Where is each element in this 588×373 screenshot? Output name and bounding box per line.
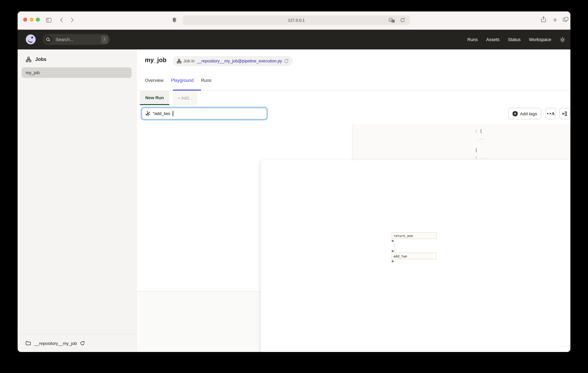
op-graph-icon [145,111,150,116]
url-bar[interactable]: 127.0.0.1 Ax [183,15,410,25]
op-graph-popover: return_one add_two [261,160,570,352]
maximize-window-button[interactable] [36,18,40,22]
translate-icon[interactable]: Ax [389,18,395,24]
reload-repo-icon[interactable] [284,59,289,63]
page-tabs: Overview Playground Runs [145,78,211,83]
repo-name: __repository__my_job [34,341,77,346]
nav-assets[interactable]: Assets [486,37,500,42]
run-config-tab-new-run[interactable]: New Run [140,91,169,105]
run-config-tab-add[interactable]: + Add... [173,91,197,105]
code-line: ... [477,135,484,141]
jobs-section-label: Jobs [35,56,46,62]
add-tags-button[interactable]: Add tags [508,108,541,119]
op-node-return-one[interactable]: return_one [392,232,437,239]
dagster-logo[interactable] [26,34,36,46]
repo-footer: __repository__my_job [18,334,136,352]
job-icon [26,57,31,62]
search-input[interactable]: Search... / [43,34,110,45]
gear-icon[interactable] [560,37,566,43]
text-cursor [173,111,173,116]
edge-connector [394,242,395,251]
search-shortcut-key: / [101,35,108,44]
nav-status[interactable]: Status [508,37,521,42]
job-origin-badge: Job in __repository__my_job@pipeline_exe… [173,56,293,66]
scaffold-config-button[interactable]: ••A [545,108,556,119]
badge-prefix: Job in [183,59,195,63]
share-icon[interactable] [541,16,546,24]
shield-icon [172,17,177,24]
output-port [392,260,394,262]
op-node-add-two[interactable]: add_two [392,253,437,259]
search-icon [43,35,52,44]
page-title: my_job [145,56,167,64]
op-selector-row: *add_two Add tags ••A [136,105,570,124]
tab-runs[interactable]: Runs [201,78,211,83]
code-line: { [475,147,477,153]
tab-overview-icon[interactable] [563,17,568,23]
minimize-window-button[interactable] [30,18,33,22]
close-window-button[interactable] [23,18,27,22]
repo-link[interactable]: __repository__my_job@pipeline_execution.… [197,59,282,63]
job-icon [177,59,181,63]
op-selector-input[interactable]: *add_two [142,108,267,119]
input-port [392,250,394,252]
svg-text:A: A [390,19,392,22]
tab-overview[interactable]: Overview [145,78,164,83]
op-selector-value: *add_two [153,111,170,116]
browser-chrome: 127.0.0.1 Ax [18,11,570,30]
screen: 127.0.0.1 Ax [0,0,588,373]
app-nav: Runs Assets Status Workspace [467,30,566,49]
sidebar-item-label: my_job [26,70,40,75]
forward-icon[interactable] [71,17,74,24]
sidebar-item-my-job[interactable]: my_job [22,67,132,78]
main-content: my_job Job in __repository__my_job@pipel… [136,49,570,352]
search-placeholder: Search... [56,37,101,42]
nav-runs[interactable]: Runs [467,37,478,42]
refresh-icon[interactable] [80,341,85,345]
code-line: : ... [475,154,487,160]
plus-circle-icon [512,111,518,116]
play-panel-icon [562,111,567,116]
jobs-section-header: Jobs [26,56,46,62]
nav-workspace[interactable]: Workspace [529,37,551,42]
folder-icon [26,341,31,345]
browser-window: 127.0.0.1 Ax [18,11,570,352]
code-line: : { [475,128,482,134]
tabs-divider [136,90,570,91]
sidebar: Jobs my_job __repository__my_job [18,49,136,352]
output-port [392,240,394,242]
new-tab-icon[interactable] [553,18,557,23]
scaffold-config-icon: ••A [547,111,555,116]
svg-text:x: x [392,20,394,22]
tab-playground[interactable]: Playground [171,78,194,83]
toggle-panel-button[interactable] [559,108,570,119]
reload-icon[interactable] [400,18,405,24]
back-icon[interactable] [60,17,63,24]
app-header: Search... / Runs Assets Status Workspace [18,30,570,49]
sidebar-toggle-icon[interactable] [46,18,52,24]
url-text: 127.0.0.1 [288,18,305,22]
